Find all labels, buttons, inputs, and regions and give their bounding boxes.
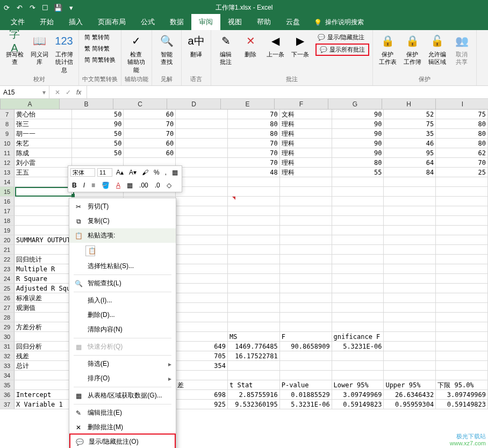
cell[interactable]	[176, 255, 228, 264]
cell[interactable]	[15, 313, 71, 322]
row-header[interactable]: 23	[0, 264, 15, 273]
cell[interactable]	[176, 148, 228, 157]
cell[interactable]: 90	[332, 110, 384, 119]
cell[interactable]: 75	[436, 110, 488, 119]
cell[interactable]	[384, 361, 436, 370]
cell[interactable]	[15, 206, 71, 215]
cell[interactable]: 理科	[280, 119, 332, 128]
cell[interactable]	[384, 255, 436, 264]
cell[interactable]	[228, 177, 280, 186]
cell[interactable]	[332, 206, 384, 215]
cell[interactable]: Adjusted R Squ	[15, 284, 71, 293]
cell[interactable]	[228, 197, 280, 206]
cell[interactable]: 理科	[280, 148, 332, 157]
font-family-input[interactable]	[70, 168, 95, 177]
cell[interactable]: 46	[384, 139, 436, 148]
cell[interactable]: 649	[176, 342, 228, 351]
cell[interactable]	[280, 226, 332, 235]
autosave-icon[interactable]: ⟳	[2, 3, 11, 12]
cell[interactable]: 50	[72, 148, 124, 157]
cell[interactable]: 16.17522781	[228, 351, 280, 360]
tab-insert[interactable]: 插入	[61, 14, 90, 30]
cell[interactable]: 黄心怡	[15, 110, 71, 119]
cell[interactable]	[436, 226, 488, 235]
cell[interactable]	[176, 293, 228, 302]
cell[interactable]: 80	[436, 139, 488, 148]
cell[interactable]	[176, 313, 228, 322]
cell[interactable]	[280, 216, 332, 225]
cell[interactable]: SUMMARY OUTPUT	[15, 235, 71, 244]
align-icon[interactable]: ≡	[90, 181, 97, 190]
next-comment-button[interactable]: ▶下一条	[289, 32, 311, 58]
cell[interactable]	[280, 235, 332, 244]
cell[interactable]: 3.09749969	[436, 390, 488, 399]
cell[interactable]	[436, 235, 488, 244]
cell[interactable]: F	[280, 332, 332, 341]
row-header[interactable]: 20	[0, 235, 15, 244]
cell[interactable]	[228, 206, 280, 215]
cell[interactable]: X Variable 1	[15, 400, 71, 409]
cell[interactable]: 0.59149823	[436, 400, 488, 409]
cell[interactable]: 下限 95.0%	[436, 380, 488, 389]
show-hide-comment-button[interactable]: 💬显示/隐藏批注	[315, 32, 369, 42]
row-header[interactable]: 35	[0, 380, 15, 389]
cell[interactable]	[176, 129, 228, 138]
row-header[interactable]: 10	[0, 139, 15, 148]
row-header[interactable]: 26	[0, 293, 15, 302]
undo-icon[interactable]: ↶	[15, 3, 24, 12]
edit-comment-button[interactable]: ✎编辑 批注	[214, 32, 237, 66]
cell[interactable]: 60	[124, 110, 176, 119]
cell[interactable]: 50	[72, 110, 124, 119]
cell[interactable]	[332, 303, 384, 312]
cell[interactable]: 理科	[280, 129, 332, 138]
cell[interactable]	[436, 284, 488, 293]
increase-font-icon[interactable]: A▴	[114, 168, 125, 177]
cell[interactable]	[15, 177, 71, 186]
cell[interactable]: gnificance F	[332, 332, 384, 341]
cell[interactable]: 26.6346432	[384, 390, 436, 399]
delete-comment-button[interactable]: ✕删除	[239, 32, 262, 58]
cell[interactable]: 84	[384, 168, 436, 177]
cell[interactable]	[176, 245, 228, 254]
cell[interactable]: 70	[228, 139, 280, 148]
cell[interactable]: 70	[228, 148, 280, 157]
cell[interactable]: 张三	[15, 119, 71, 128]
row-header[interactable]: 11	[0, 148, 15, 157]
allow-edit-ranges-button[interactable]: 🔓允许编 辑区域	[426, 32, 448, 66]
cell[interactable]	[332, 177, 384, 186]
row-header[interactable]: 7	[0, 110, 15, 119]
cell[interactable]	[228, 371, 280, 380]
tab-formulas[interactable]: 公式	[133, 14, 162, 30]
ctx-copy[interactable]: ⧉复制(C)	[69, 214, 176, 228]
row-header[interactable]: 36	[0, 390, 15, 399]
cell[interactable]	[436, 187, 488, 196]
cell[interactable]	[436, 264, 488, 273]
translate-button[interactable]: a中翻译	[185, 32, 207, 58]
cell[interactable]: 90	[72, 119, 124, 128]
cell[interactable]: 陈成	[15, 148, 71, 157]
cell[interactable]	[280, 284, 332, 293]
cell[interactable]	[332, 245, 384, 254]
cell[interactable]: MS	[228, 332, 280, 341]
cell[interactable]	[228, 322, 280, 331]
cell[interactable]: 1469.776485	[228, 342, 280, 351]
ctx-show-hide-comment[interactable]: 💬显示/隐藏批注(O)	[69, 433, 176, 448]
cell[interactable]	[436, 245, 488, 254]
cell[interactable]	[384, 187, 436, 196]
cell[interactable]: 25	[436, 168, 488, 177]
cell[interactable]	[228, 274, 280, 283]
cell[interactable]: 90.8658909	[280, 342, 332, 351]
font-color-icon[interactable]: A	[114, 181, 122, 190]
cell[interactable]: 0.95959304	[384, 400, 436, 409]
cell[interactable]	[436, 216, 488, 225]
cell[interactable]: 9.532360195	[228, 400, 280, 409]
cell[interactable]	[15, 187, 71, 196]
ctx-paste-special[interactable]: 选择性粘贴(S)...	[69, 259, 176, 273]
cell[interactable]	[384, 206, 436, 215]
cell[interactable]	[176, 235, 228, 244]
cell[interactable]	[176, 206, 228, 215]
cell[interactable]	[228, 235, 280, 244]
clear-format-icon[interactable]: ◇	[165, 181, 173, 190]
cell[interactable]: 70	[228, 110, 280, 119]
cell[interactable]: 70	[436, 158, 488, 167]
